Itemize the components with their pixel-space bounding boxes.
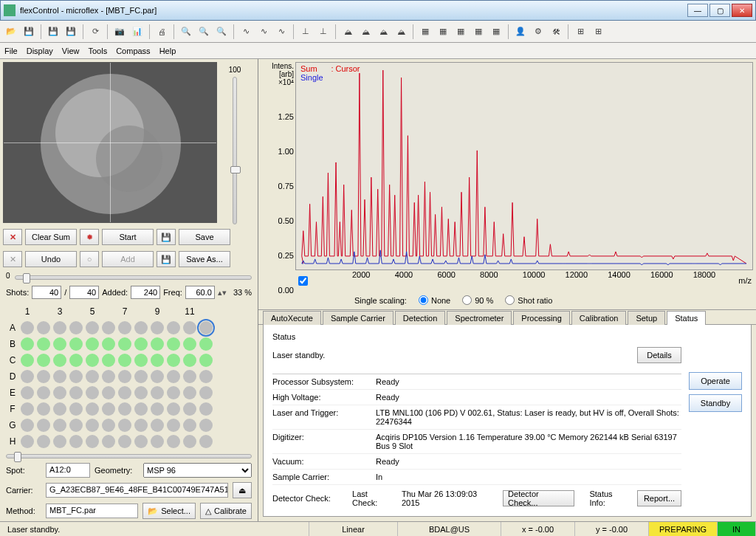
- well[interactable]: [69, 386, 83, 399]
- well[interactable]: [118, 354, 131, 367]
- well[interactable]: [53, 402, 66, 416]
- well[interactable]: [118, 435, 131, 448]
- tab-autoxecute[interactable]: AutoXecute: [263, 311, 321, 325]
- well[interactable]: [134, 386, 148, 399]
- toolbar-refresh-icon[interactable]: ⟳: [87, 24, 103, 40]
- scaling-ninety[interactable]: 90 %: [462, 295, 493, 305]
- well[interactable]: [134, 435, 148, 448]
- well[interactable]: [134, 321, 148, 334]
- details-button[interactable]: Details: [637, 347, 681, 363]
- well[interactable]: [151, 402, 164, 416]
- well[interactable]: [53, 370, 66, 383]
- well[interactable]: [102, 354, 115, 367]
- well[interactable]: [53, 435, 66, 448]
- well[interactable]: [183, 321, 196, 334]
- well[interactable]: [134, 370, 148, 383]
- intensity-slider-thumb[interactable]: [230, 166, 241, 173]
- well[interactable]: [37, 419, 50, 432]
- well[interactable]: [199, 354, 213, 367]
- toolbar-disk1-icon[interactable]: 💾: [45, 24, 61, 40]
- well[interactable]: [183, 386, 196, 399]
- detector-check-button[interactable]: Detector Check...: [503, 490, 574, 506]
- well[interactable]: [86, 354, 99, 367]
- well[interactable]: [199, 435, 213, 448]
- well[interactable]: [69, 402, 83, 416]
- clear-x-button[interactable]: ✕: [3, 229, 22, 245]
- maximize-button[interactable]: ▢: [709, 4, 730, 17]
- well[interactable]: [183, 419, 196, 432]
- well[interactable]: [69, 370, 83, 383]
- xaxis-checkbox[interactable]: [298, 276, 308, 286]
- well[interactable]: [151, 386, 164, 399]
- well[interactable]: [118, 419, 131, 432]
- well[interactable]: [53, 337, 66, 351]
- well[interactable]: [21, 321, 34, 334]
- well[interactable]: [118, 402, 131, 416]
- scaling-none[interactable]: None: [419, 295, 450, 305]
- tab-processing[interactable]: Processing: [513, 311, 569, 325]
- well[interactable]: [199, 321, 213, 334]
- select-button[interactable]: 📂 Select...: [142, 503, 196, 519]
- well[interactable]: [37, 435, 50, 448]
- well[interactable]: [102, 386, 115, 399]
- well[interactable]: [21, 386, 34, 399]
- menu-compass[interactable]: Compass: [116, 47, 150, 55]
- toolbar-save-icon[interactable]: 💾: [21, 24, 37, 40]
- toolbar-chart-icon[interactable]: 📊: [129, 24, 145, 40]
- toolbar-spec3-icon[interactable]: ∿: [273, 24, 289, 40]
- undo-x-button[interactable]: ✕: [3, 251, 22, 267]
- well[interactable]: [53, 354, 66, 367]
- report-button[interactable]: Report...: [637, 490, 681, 506]
- toolbar-win5-icon[interactable]: ▦: [488, 24, 504, 40]
- freq-input[interactable]: [185, 286, 215, 299]
- toolbar-zoom2-icon[interactable]: 🔍: [196, 24, 212, 40]
- toolbar-win1-icon[interactable]: ▦: [417, 24, 433, 40]
- toolbar-gear-icon[interactable]: ⚙: [530, 24, 546, 40]
- toolbar-proc2-icon[interactable]: ⛰: [357, 24, 374, 40]
- well[interactable]: [102, 435, 115, 448]
- well[interactable]: [199, 419, 213, 432]
- well[interactable]: [69, 321, 83, 334]
- well[interactable]: [37, 386, 50, 399]
- calibrate-button[interactable]: △ Calibrate: [200, 503, 252, 519]
- well[interactable]: [183, 354, 196, 367]
- well[interactable]: [21, 402, 34, 416]
- well[interactable]: [102, 402, 115, 416]
- well[interactable]: [86, 419, 99, 432]
- well[interactable]: [151, 321, 164, 334]
- shots-total-input[interactable]: [69, 286, 99, 299]
- tab-detection[interactable]: Detection: [395, 311, 445, 325]
- toolbar-spec1-icon[interactable]: ∿: [238, 24, 254, 40]
- eject-button[interactable]: ⏏: [233, 482, 252, 498]
- clear-sum-button[interactable]: Clear Sum: [25, 229, 77, 245]
- toolbar-win4-icon[interactable]: ▦: [470, 24, 487, 40]
- well[interactable]: [183, 337, 196, 351]
- toolbar-open-icon[interactable]: 📂: [3, 24, 19, 40]
- well[interactable]: [167, 354, 180, 367]
- shots-current-input[interactable]: [32, 286, 61, 299]
- undo-button[interactable]: Undo: [25, 251, 77, 267]
- close-button[interactable]: ✕: [732, 4, 752, 17]
- toolbar-win2-icon[interactable]: ▦: [435, 24, 451, 40]
- well[interactable]: [53, 321, 66, 334]
- tab-setup[interactable]: Setup: [628, 311, 665, 325]
- menu-help[interactable]: Help: [159, 47, 176, 55]
- well[interactable]: [151, 435, 164, 448]
- well[interactable]: [134, 402, 148, 416]
- well[interactable]: [102, 419, 115, 432]
- toolbar-win3-icon[interactable]: ▦: [453, 24, 469, 40]
- toolbar-peak1-icon[interactable]: ⊥: [298, 24, 314, 40]
- added-input[interactable]: [131, 286, 160, 299]
- well[interactable]: [167, 370, 180, 383]
- well[interactable]: [21, 419, 34, 432]
- operate-button[interactable]: Operate: [689, 372, 742, 390]
- well[interactable]: [21, 370, 34, 383]
- plate-slider-thumb[interactable]: [14, 452, 21, 462]
- well[interactable]: [86, 402, 99, 416]
- start-button[interactable]: Start: [102, 229, 154, 245]
- well[interactable]: [118, 337, 131, 351]
- well[interactable]: [37, 370, 50, 383]
- freq-spin-icon[interactable]: ▴▾: [218, 288, 227, 298]
- well[interactable]: [151, 354, 164, 367]
- well[interactable]: [69, 419, 83, 432]
